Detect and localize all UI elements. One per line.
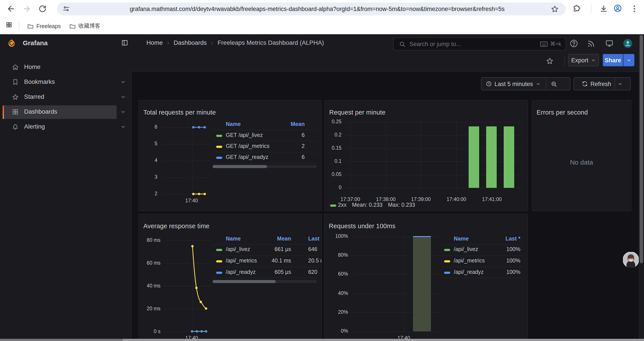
share-dropdown-button[interactable] (624, 54, 634, 66)
monitor-icon[interactable] (605, 39, 614, 48)
apps-icon (12, 108, 19, 115)
sidebar-item-alerting[interactable]: Alerting (0, 119, 131, 134)
legend-scrollbar-thumb[interactable] (212, 280, 276, 283)
legend-pill[interactable] (216, 271, 222, 274)
y-tick-label: 0 s (154, 329, 160, 334)
legend-header[interactable]: Mean (243, 236, 291, 242)
legend-header[interactable]: Last (308, 236, 322, 242)
legend-pill[interactable] (216, 249, 222, 251)
refresh-button[interactable]: Refresh (574, 77, 631, 90)
grafana-header: Home › Dashboards › Freeleaps Metrics Da… (131, 34, 644, 53)
legend-pill[interactable] (216, 146, 222, 148)
sidebar-item-home[interactable]: Home (0, 60, 131, 75)
legend-value: 646 (308, 246, 322, 252)
sidebar-item-label: Dashboards (24, 108, 57, 115)
breadcrumb-dashboards[interactable]: Dashboards (174, 39, 207, 46)
legend-pill[interactable] (444, 249, 450, 251)
bar[interactable] (469, 126, 479, 188)
page-scrollbar-thumb[interactable] (640, 35, 643, 263)
legend-pill[interactable] (216, 260, 222, 262)
reload-icon[interactable] (38, 5, 47, 13)
sidebar-item-bookmarks[interactable]: Bookmarks (0, 75, 131, 90)
grid-line-v (421, 120, 421, 190)
tune-icon[interactable] (62, 5, 70, 13)
floating-assistant-avatar[interactable] (623, 252, 639, 268)
legend-series-name[interactable]: 2xx (338, 202, 346, 208)
user-avatar[interactable] (623, 39, 632, 48)
legend-divider (212, 278, 317, 278)
grid-line-h (345, 188, 524, 188)
chevron-down-icon[interactable] (120, 124, 126, 129)
legend-value: 605 µs (243, 269, 291, 275)
export-button[interactable]: Export (568, 54, 599, 66)
legend-divider (212, 141, 317, 141)
menu-dots-icon[interactable] (630, 5, 639, 13)
sidebar-item-label: Alerting (24, 123, 45, 130)
bookmark-star-icon[interactable] (550, 5, 559, 13)
bar[interactable] (486, 126, 497, 188)
grid-line-h (161, 144, 211, 144)
legend-divider (212, 152, 317, 152)
grid-line-h (164, 332, 211, 332)
chevron-down-icon[interactable] (120, 94, 126, 100)
profile-icon[interactable] (613, 4, 622, 13)
zoom-out-icon[interactable] (550, 81, 557, 87)
bar[interactable] (413, 237, 431, 331)
bookmark-folder-blogs[interactable]: 收藏博客 (69, 22, 100, 31)
legend-value: 20.5 ms (308, 258, 322, 264)
bottom-scrollbar-thumb[interactable] (123, 339, 644, 341)
panel-title[interactable]: Total requests per minute (143, 109, 216, 116)
legend-header[interactable]: Mean (256, 121, 305, 127)
search-input[interactable]: Search or jump to... ⌘+k (393, 37, 566, 51)
legend-header-name[interactable]: Name (226, 236, 241, 242)
panel-title[interactable]: Average response time (143, 222, 210, 229)
legend-header-name[interactable]: Name (454, 236, 469, 242)
x-tick-label: 17:40:00 (446, 197, 466, 202)
extensions-icon[interactable] (572, 5, 581, 13)
legend-header[interactable]: Last * (472, 236, 520, 242)
legend-scrollbar-thumb[interactable] (212, 165, 267, 168)
legend-value: 661 µs (243, 246, 291, 252)
x-tick-label: 17:40 (185, 198, 198, 203)
sidebar-item-label: Home (24, 63, 40, 70)
legend-pill[interactable] (444, 271, 450, 274)
breadcrumb-home[interactable]: Home (146, 39, 163, 46)
legend-divider (212, 163, 317, 163)
y-tick-label: 0.15 (332, 145, 342, 151)
panel-title[interactable]: Requests under 100ms (329, 222, 396, 229)
legend-pill[interactable] (444, 260, 450, 262)
back-icon[interactable] (6, 5, 15, 13)
bottom-scrollbar-left (0, 339, 123, 341)
legend-header-name[interactable]: Name (226, 121, 241, 127)
sidebar-item-dashboards[interactable]: Dashboards (0, 104, 131, 119)
chevron-down-icon[interactable] (120, 109, 126, 115)
downloads-icon[interactable] (599, 5, 608, 13)
legend-divider (212, 267, 317, 267)
grid-line-h (161, 161, 211, 161)
grid-line-v (192, 120, 193, 197)
panel-title[interactable]: Request per minute (329, 109, 386, 116)
apps-grid-icon[interactable] (6, 22, 12, 28)
grafana-logo[interactable] (7, 39, 16, 48)
rss-icon[interactable] (586, 39, 595, 48)
sidebar-toggle-icon[interactable] (121, 39, 128, 47)
help-icon[interactable] (570, 39, 578, 48)
sidebar-item-starred[interactable]: Starred (0, 90, 131, 104)
legend-divider (212, 244, 317, 245)
legend-pill[interactable] (216, 156, 222, 159)
brand-label[interactable]: Grafana (23, 39, 48, 47)
forward-icon[interactable] (22, 5, 31, 13)
grid-line-h (161, 127, 211, 128)
time-range-picker[interactable]: Last 5 minutes (481, 77, 570, 90)
address-bar[interactable]: grafana.mathmast.com/d/deytv4rwavabkb/fr… (57, 3, 566, 15)
url-text[interactable]: grafana.mathmast.com/d/deytv4rwavabkb/fr… (130, 6, 504, 12)
bar[interactable] (504, 126, 514, 188)
chevron-down-icon[interactable] (120, 80, 126, 85)
share-button[interactable]: Share (603, 54, 623, 66)
legend-pill[interactable] (216, 135, 222, 137)
favorite-star-icon[interactable] (546, 57, 554, 65)
bookmark-folder-freeleaps[interactable]: Freeleaps (27, 22, 61, 31)
panel-title[interactable]: Errors per second (536, 109, 588, 116)
legend-pill[interactable] (330, 204, 336, 207)
y-tick-label: 5 (154, 141, 158, 146)
